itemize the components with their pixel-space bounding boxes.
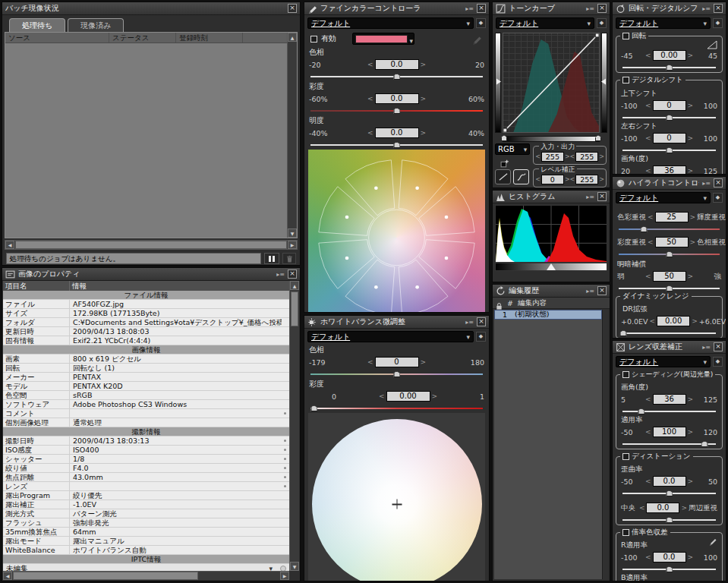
color-wheel[interactable] bbox=[308, 150, 485, 313]
spin-value[interactable]: 36 bbox=[653, 394, 686, 405]
panel-menu-icon[interactable] bbox=[276, 271, 285, 278]
batch-horizontal-scrollbar[interactable] bbox=[5, 240, 298, 250]
slider-thumb[interactable] bbox=[393, 74, 400, 80]
spin-decrement-icon[interactable]: < bbox=[639, 504, 645, 512]
spin-decrement-icon[interactable]: < bbox=[648, 238, 654, 246]
spin-increment-icon[interactable]: > bbox=[690, 213, 696, 221]
slider-track[interactable] bbox=[622, 332, 716, 334]
slider-thumb[interactable] bbox=[701, 441, 708, 447]
pause-button[interactable] bbox=[264, 253, 279, 264]
property-row[interactable]: サイズ172.98KB (177135Byte) bbox=[3, 309, 289, 318]
spin-value[interactable]: 25 bbox=[655, 212, 689, 222]
spin-value[interactable]: 0.00 bbox=[657, 316, 690, 326]
slider-track[interactable] bbox=[310, 144, 483, 146]
preset-save-button[interactable] bbox=[713, 193, 723, 203]
level-high-spinner[interactable]: <255> bbox=[570, 175, 604, 184]
preset-dropdown[interactable]: デフォルト bbox=[307, 331, 474, 342]
value-spinner[interactable]: <0> bbox=[367, 357, 426, 367]
property-row[interactable]: 更新日時2009/04/13 18:08:03 bbox=[3, 327, 289, 336]
color-picker-icon[interactable] bbox=[471, 33, 483, 44]
value-spinner[interactable]: <0.0> bbox=[367, 59, 426, 70]
value-spinner[interactable]: <0.0> bbox=[645, 552, 693, 563]
preset-save-button[interactable] bbox=[597, 18, 607, 28]
panel-menu-icon[interactable] bbox=[586, 5, 594, 12]
wedge-dot[interactable] bbox=[374, 186, 378, 190]
spin-increment-icon[interactable]: > bbox=[421, 358, 427, 366]
close-icon[interactable] bbox=[597, 286, 607, 295]
history-row-selected[interactable]: 1 (初期状態) bbox=[494, 310, 602, 320]
preset-save-button[interactable] bbox=[713, 357, 723, 367]
slider-track[interactable] bbox=[310, 110, 483, 112]
add-point-icon[interactable] bbox=[500, 157, 510, 167]
property-row[interactable]: フォルダC:¥Documents and Settings¥ota¥デスクトップ… bbox=[3, 318, 289, 327]
property-row[interactable]: 絞り値F4.0 bbox=[3, 464, 289, 473]
wedge-dot[interactable] bbox=[374, 285, 378, 289]
spin-increment-icon[interactable]: > bbox=[432, 392, 438, 400]
channel-dropdown[interactable]: RGB bbox=[495, 143, 530, 155]
slider-thumb[interactable] bbox=[666, 490, 673, 496]
spin-value[interactable]: 255 bbox=[575, 175, 598, 184]
level-low-spinner[interactable]: <0> bbox=[535, 175, 569, 184]
spin-increment-icon[interactable]: > bbox=[688, 428, 694, 436]
property-row[interactable]: 測光方式パターン測光 bbox=[3, 509, 289, 518]
wedge-dot[interactable] bbox=[445, 216, 449, 219]
value-spinner[interactable]: <0.0> bbox=[639, 503, 687, 513]
spin-value[interactable]: 255 bbox=[541, 152, 564, 162]
spin-value[interactable]: 0.00 bbox=[386, 391, 430, 402]
spin-increment-icon[interactable]: > bbox=[688, 477, 694, 485]
slider-track[interactable] bbox=[622, 67, 716, 68]
color-wedge[interactable] bbox=[419, 187, 474, 236]
property-row[interactable]: 撮影日時2009/04/13 18:03:13 bbox=[3, 436, 289, 446]
spin-decrement-icon[interactable]: < bbox=[645, 395, 651, 403]
shading-checkbox[interactable] bbox=[622, 371, 629, 378]
spin-decrement-icon[interactable]: < bbox=[645, 477, 651, 485]
spin-decrement-icon[interactable]: < bbox=[367, 61, 373, 68]
spin-value[interactable]: 255 bbox=[575, 152, 598, 162]
panel-menu-icon[interactable] bbox=[586, 288, 594, 295]
value-spinner[interactable]: <50> bbox=[648, 237, 695, 247]
spin-increment-icon[interactable]: > bbox=[688, 134, 694, 142]
scroll-up-icon[interactable] bbox=[290, 281, 299, 290]
scroll-right-icon[interactable] bbox=[288, 241, 297, 249]
spin-decrement-icon[interactable]: < bbox=[367, 358, 373, 366]
panel-menu-icon[interactable] bbox=[465, 5, 474, 12]
enable-checkbox[interactable] bbox=[310, 36, 317, 43]
slider-track[interactable] bbox=[622, 150, 716, 151]
slider-thumb[interactable] bbox=[666, 517, 673, 523]
spin-decrement-icon[interactable]: < bbox=[648, 213, 654, 221]
spin-increment-icon[interactable]: > bbox=[421, 129, 427, 137]
spin-increment-icon[interactable]: > bbox=[681, 504, 687, 512]
property-row[interactable]: ISO感度ISO400 bbox=[3, 446, 289, 455]
close-icon[interactable] bbox=[288, 4, 297, 13]
slider-track[interactable] bbox=[622, 117, 716, 118]
property-row[interactable]: モデルPENTAX K20D bbox=[3, 382, 289, 391]
spin-increment-icon[interactable]: > bbox=[599, 153, 604, 160]
output-marker-icon[interactable] bbox=[496, 78, 501, 84]
tab-waiting[interactable]: 処理待ち bbox=[9, 18, 65, 32]
curve-mode-button[interactable] bbox=[513, 169, 529, 184]
output-gradient-strip[interactable] bbox=[495, 33, 501, 133]
slider-thumb[interactable] bbox=[666, 566, 673, 572]
property-row[interactable]: 色空間sRGB bbox=[3, 391, 289, 400]
value-spinner[interactable]: <100> bbox=[645, 427, 693, 437]
properties-horizontal-scrollbar[interactable] bbox=[3, 571, 289, 580]
scrollbar-thumb[interactable] bbox=[13, 572, 198, 580]
slider-thumb[interactable] bbox=[638, 408, 644, 414]
slider-track[interactable] bbox=[622, 443, 716, 445]
spin-increment-icon[interactable]: > bbox=[421, 95, 427, 102]
spin-increment-icon[interactable]: > bbox=[692, 317, 698, 325]
spin-value[interactable]: 50 bbox=[655, 237, 689, 247]
property-row[interactable]: フラッシュ強制非発光 bbox=[3, 518, 289, 528]
spin-increment-icon[interactable]: > bbox=[688, 553, 694, 561]
close-icon[interactable] bbox=[288, 269, 297, 279]
wedge-dot[interactable] bbox=[345, 257, 349, 260]
scrollbar-thumb[interactable] bbox=[15, 241, 287, 249]
input-spinner[interactable]: <255> bbox=[535, 152, 569, 162]
spin-increment-icon[interactable]: > bbox=[690, 238, 696, 246]
properties-vertical-scrollbar[interactable] bbox=[289, 281, 299, 571]
panel-menu-icon[interactable] bbox=[702, 344, 711, 351]
color-wedge[interactable] bbox=[345, 260, 395, 313]
slider-thumb[interactable] bbox=[393, 108, 400, 114]
spin-value[interactable]: 0.0 bbox=[375, 93, 419, 104]
tab-developed[interactable]: 現像済み bbox=[68, 18, 124, 32]
